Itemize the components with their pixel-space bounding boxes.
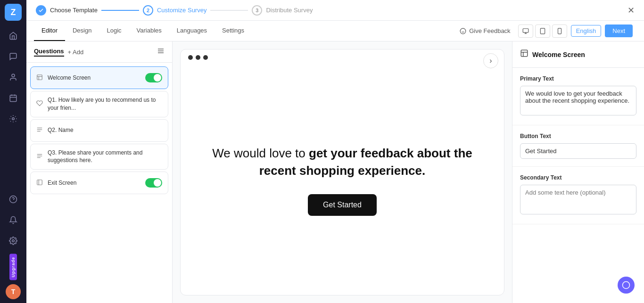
content-area: Questions + Add Welcome Screen [26, 41, 644, 303]
svg-point-5 [12, 118, 15, 120]
wizard-step-1-circle [36, 5, 46, 16]
nav-help[interactable] [4, 190, 23, 209]
questions-panel: Questions + Add Welcome Screen [26, 41, 173, 303]
question-list: Welcome Screen Q1. How likely are you to… [26, 63, 172, 303]
nav-integrations[interactable] [4, 109, 23, 128]
next-button[interactable]: Next [605, 25, 633, 37]
nav-calendar[interactable] [4, 89, 23, 107]
preview-next-button[interactable]: › [483, 53, 498, 68]
dot-2 [196, 55, 200, 60]
wizard-step-3-label: Distribute Survey [266, 7, 313, 14]
wizard-step-2-label: Customize Survey [157, 7, 206, 14]
svg-point-8 [12, 240, 15, 242]
nav-chat[interactable] [4, 47, 23, 66]
preview-dots [181, 49, 504, 66]
svg-rect-31 [37, 180, 42, 185]
nav-notifications[interactable] [4, 211, 23, 229]
desktop-view-button[interactable] [518, 25, 533, 38]
right-panel: Welcome Screen Primary Text Button Text … [512, 41, 644, 303]
preview-main-text: We would love to get your feedback about… [210, 145, 474, 179]
q1-label: Q1. How likely are you to recommend us t… [48, 96, 162, 112]
button-text-section: Button Text [512, 125, 644, 167]
tab-bar: Editor Design Logic Variables Languages … [26, 21, 644, 41]
tab-variables[interactable]: Variables [129, 21, 169, 41]
svg-rect-1 [10, 95, 17, 102]
svg-rect-17 [558, 28, 561, 34]
button-text-input[interactable] [520, 143, 636, 159]
exit-screen-toggle[interactable] [145, 178, 162, 188]
svg-point-35 [623, 282, 630, 289]
tab-editor[interactable]: Editor [34, 21, 65, 41]
welcome-screen-label: Welcome Screen [48, 74, 140, 82]
welcome-screen-toggle[interactable] [145, 73, 162, 82]
wizard-connector-1 [101, 10, 139, 11]
svg-point-9 [460, 28, 466, 34]
tab-design[interactable]: Design [65, 21, 99, 41]
secondary-text-section: Secondary Text [512, 167, 644, 224]
left-navigation: Z Upgrade T [0, 0, 26, 303]
mobile-view-button[interactable] [552, 25, 567, 38]
right-panel-title: Welcome Screen [532, 51, 585, 58]
primary-text-input[interactable] [520, 86, 636, 115]
button-text-label: Button Text [520, 133, 636, 139]
close-button[interactable]: ✕ [627, 5, 635, 16]
get-started-button[interactable]: Get Started [308, 194, 377, 216]
questions-header: Questions + Add [26, 41, 172, 63]
reorder-button[interactable] [157, 47, 165, 57]
wizard-step-2-circle: 2 [143, 5, 153, 16]
chat-support-icon[interactable] [618, 277, 635, 294]
dot-3 [203, 55, 208, 60]
q1-icon [36, 100, 43, 108]
primary-text-section: Primary Text [512, 68, 644, 125]
wizard-connector-2 [210, 10, 248, 11]
q2-label: Q2. Name [48, 126, 162, 134]
language-button[interactable]: English [571, 25, 602, 37]
welcome-screen-icon [36, 74, 43, 82]
question-item-welcome-screen[interactable]: Welcome Screen [30, 66, 168, 89]
tab-languages[interactable]: Languages [169, 21, 215, 41]
secondary-text-input[interactable] [520, 185, 636, 214]
svg-rect-22 [37, 74, 42, 80]
give-feedback-label: Give Feedback [469, 27, 510, 34]
wizard-step-3-circle: 3 [252, 5, 262, 16]
user-avatar[interactable]: T [6, 284, 21, 299]
secondary-text-label: Secondary Text [520, 174, 636, 181]
wizard-step-customize[interactable]: 2 Customize Survey [143, 5, 206, 16]
q3-icon [36, 153, 43, 161]
right-panel-header: Welcome Screen [512, 41, 644, 68]
nav-settings[interactable] [4, 231, 23, 250]
give-feedback-button[interactable]: Give Feedback [456, 25, 514, 36]
add-question-button[interactable]: + Add [68, 49, 84, 56]
app-logo[interactable]: Z [5, 4, 22, 21]
preview-frame: › We would love to get your feedback abo… [180, 49, 504, 295]
primary-text-label: Primary Text [520, 75, 636, 82]
exit-screen-icon [36, 179, 43, 187]
upgrade-badge[interactable]: Upgrade [9, 254, 17, 280]
preview-content: We would love to get your feedback about… [181, 66, 504, 295]
svg-rect-15 [540, 28, 545, 34]
preview-area: › We would love to get your feedback abo… [173, 41, 512, 303]
svg-point-0 [12, 74, 15, 77]
wizard-step-1-label: Choose Template [50, 7, 98, 14]
tab-logic[interactable]: Logic [99, 21, 129, 41]
svg-rect-32 [521, 50, 528, 57]
wizard-step-distribute[interactable]: 3 Distribute Survey [252, 5, 313, 16]
questions-tab[interactable]: Questions [34, 48, 64, 57]
svg-rect-12 [523, 28, 528, 32]
question-item-q2[interactable]: Q2. Name [30, 119, 168, 142]
question-item-q3[interactable]: Q3. Please share your comments and sugge… [30, 144, 168, 170]
q3-label: Q3. Please share your comments and sugge… [48, 149, 162, 165]
tab-right-actions: Give Feedback English Next [456, 21, 636, 41]
question-item-q1[interactable]: Q1. How likely are you to recommend us t… [30, 91, 168, 117]
nav-users[interactable] [4, 68, 23, 87]
tab-settings[interactable]: Settings [215, 21, 252, 41]
exit-screen-label: Exit Screen [48, 179, 140, 187]
wizard-step-choose-template[interactable]: Choose Template [36, 5, 98, 16]
tablet-view-button[interactable] [535, 25, 550, 38]
nav-home[interactable] [4, 26, 23, 45]
dot-1 [188, 55, 193, 60]
q2-icon [36, 126, 43, 134]
right-panel-header-icon [520, 49, 528, 60]
question-item-exit-screen[interactable]: Exit Screen [30, 172, 168, 194]
view-icons-group [518, 25, 567, 38]
